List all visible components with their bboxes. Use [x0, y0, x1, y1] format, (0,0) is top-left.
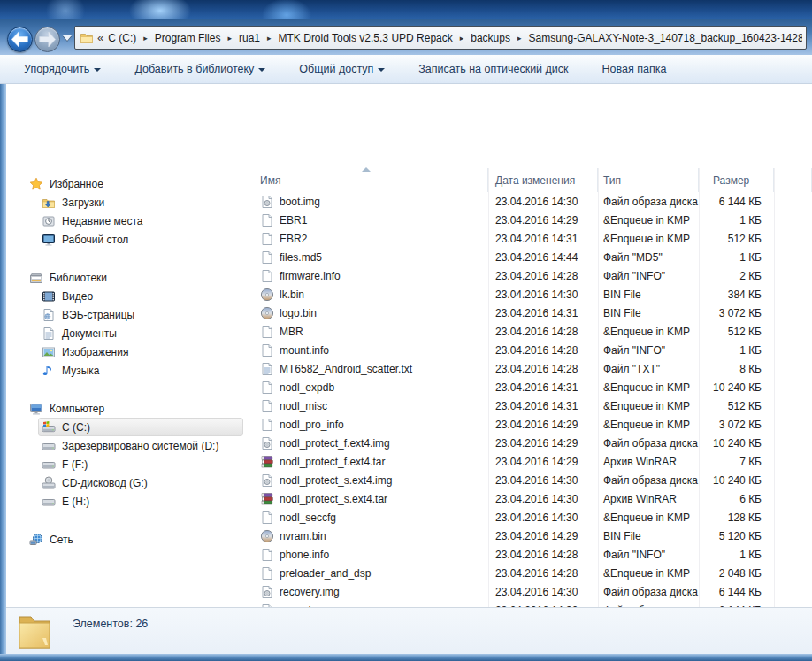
back-button[interactable]	[7, 27, 33, 52]
recent-pages-dropdown[interactable]	[63, 35, 72, 41]
column-header-filler	[774, 168, 812, 192]
breadcrumb-arrow-icon[interactable]: ▸	[221, 34, 238, 42]
file-name-cell[interactable]: EBR1	[249, 213, 488, 227]
toolbar-button[interactable]: Записать на оптический диск	[418, 63, 568, 75]
breadcrumb-segment[interactable]: MTK Droid Tools v2.5.3 UPD Repack	[278, 32, 454, 44]
file-name-cell[interactable]: nodl_expdb	[249, 380, 488, 395]
column-header[interactable]: Дата изменения	[488, 168, 598, 192]
file-name-cell[interactable]: nodl_protect_s.ext4.tar	[249, 492, 488, 506]
file-row[interactable]: preloader_and_dsp23.04.2016 14:28&Enqueu…	[249, 564, 812, 582]
column-header[interactable]: Имя	[249, 168, 488, 192]
toolbar-button[interactable]: Общий доступ	[299, 63, 385, 75]
file-row[interactable]: recovery.img23.04.2016 14:30Файл образа …	[249, 582, 812, 601]
file-row[interactable]: lk.bin23.04.2016 14:30BIN File384 КБ	[249, 285, 812, 304]
sidebar-item[interactable]: Недавние места	[38, 211, 243, 230]
file-row[interactable]: nodl_seccfg23.04.2016 14:30&Enqueue in K…	[249, 508, 812, 526]
file-row[interactable]: phone.info23.04.2016 14:28Файл "INFO"1 К…	[249, 545, 812, 564]
sidebar-item[interactable]: Музыка	[38, 361, 243, 380]
file-name-cell[interactable]: phone.info	[249, 548, 488, 562]
file-row[interactable]: nodl_protect_s.ext4.img23.04.2016 14:30Ф…	[249, 471, 812, 489]
file-name-cell[interactable]: files.md5	[249, 250, 488, 265]
file-row[interactable]: files.md523.04.2016 14:44Файл "MD5"1 КБ	[249, 248, 812, 266]
breadcrumb-arrow-icon[interactable]: ▸	[261, 34, 278, 42]
sidebar-item[interactable]: ВЭБ-страницы	[38, 305, 243, 324]
file-date: 23.04.2016 14:31	[488, 307, 598, 319]
toolbar-button[interactable]: Новая папка	[602, 63, 667, 75]
sidebar-section-star[interactable]: Избранное	[26, 174, 243, 193]
toolbar-button[interactable]: Добавить в библиотеку	[134, 63, 265, 75]
file-row[interactable]: EBR123.04.2016 14:29&Enqueue in KMP1 КБ	[249, 211, 812, 229]
file-list-pane: ИмяДата измененияТипРазмер boot.img23.04…	[249, 168, 812, 661]
file-name-cell[interactable]: nvram.bin	[249, 529, 488, 543]
address-bar[interactable]: « C (C:)▸Program Files▸rua1▸MTK Droid To…	[74, 26, 807, 50]
sidebar-section-network[interactable]: Сеть	[26, 530, 243, 549]
sidebar-section-libraries[interactable]: Библиотеки	[26, 268, 243, 287]
file-row[interactable]: nvram.bin23.04.2016 14:29BIN File5 120 К…	[249, 526, 812, 545]
sidebar-item[interactable]: E (H:)	[38, 492, 243, 511]
breadcrumb-arrow-icon[interactable]: ▸	[511, 34, 528, 42]
toolbar-button[interactable]: Упорядочить	[24, 63, 101, 75]
sidebar-item-label: CD-дисковод (G:)	[62, 477, 148, 489]
breadcrumb-segment[interactable]: C (C:)	[107, 32, 137, 44]
disk-image-icon	[260, 473, 274, 488]
file-name-cell[interactable]: preloader_and_dsp	[249, 566, 488, 580]
disc-icon	[260, 529, 274, 543]
sidebar-item[interactable]: CD-дисковод (G:)	[38, 473, 243, 492]
sidebar-item[interactable]: C (C:)	[38, 418, 243, 436]
file-name-cell[interactable]: nodl_pro_info	[249, 418, 488, 432]
sidebar-item[interactable]: Изображения	[38, 342, 243, 361]
file-row[interactable]: nodl_expdb23.04.2016 14:31&Enqueue in KM…	[249, 378, 812, 396]
file-name-cell[interactable]: nodl_seccfg	[249, 511, 488, 525]
navigation-bar: « C (C:)▸Program Files▸rua1▸MTK Droid To…	[0, 19, 812, 55]
breadcrumb-segment[interactable]: Program Files	[154, 32, 222, 44]
file-name-cell[interactable]: MBR	[249, 325, 488, 339]
sidebar-item-label: Рабочий стол	[62, 234, 128, 246]
column-header[interactable]: Тип	[598, 168, 699, 192]
file-name-cell[interactable]: boot.img	[249, 195, 488, 209]
file-row[interactable]: MBR23.04.2016 14:28&Enqueue in KMP512 КБ	[249, 322, 812, 341]
file-row[interactable]: firmware.info23.04.2016 14:28Файл "INFO"…	[249, 266, 812, 285]
file-row[interactable]: logo.bin23.04.2016 14:31BIN File3 072 КБ	[249, 304, 812, 322]
file-name-cell[interactable]: MT6582_Android_scatter.txt	[249, 362, 488, 376]
sidebar-item[interactable]: F (F:)	[38, 455, 243, 473]
sidebar-section-computer[interactable]: Компьютер	[26, 399, 243, 418]
file-row[interactable]: EBR223.04.2016 14:31&Enqueue in KMP512 К…	[249, 229, 812, 248]
breadcrumb-segment[interactable]: rua1	[238, 32, 261, 44]
file-row[interactable]: nodl_protect_f.ext4.img23.04.2016 14:29Ф…	[249, 434, 812, 452]
sidebar-item[interactable]: Документы	[38, 324, 243, 342]
file-row[interactable]: mount.info23.04.2016 14:28Файл "INFO"1 К…	[249, 341, 812, 359]
breadcrumb-segment[interactable]: backups	[470, 32, 511, 44]
webpages-icon	[42, 308, 56, 322]
breadcrumb-arrow-icon[interactable]: ▸	[137, 34, 154, 42]
file-name-cell[interactable]: nodl_protect_f.ext4.tar	[249, 455, 488, 469]
file-name-cell[interactable]: lk.bin	[249, 288, 488, 302]
sidebar-item[interactable]: Загрузки	[38, 193, 243, 211]
file-row[interactable]: nodl_protect_f.ext4.tar23.04.2016 14:29А…	[249, 452, 812, 471]
breadcrumb-segment[interactable]: Samsung-GALAXY-Note-3_140718_backup_1604…	[528, 32, 803, 44]
forward-button[interactable]	[34, 27, 60, 52]
file-name-cell[interactable]: nodl_misc	[249, 399, 488, 413]
file-name-cell[interactable]: nodl_protect_s.ext4.img	[249, 473, 488, 488]
breadcrumb-overflow-chevron[interactable]: «	[97, 31, 103, 44]
file-row[interactable]: MT6582_Android_scatter.txt23.04.2016 14:…	[249, 359, 812, 378]
column-header[interactable]: Размер	[699, 168, 774, 192]
breadcrumb-arrow-icon[interactable]: ▸	[454, 34, 471, 42]
file-name-cell[interactable]: recovery.img	[249, 585, 488, 599]
file-row[interactable]: boot.img23.04.2016 14:30Файл образа диск…	[249, 192, 812, 211]
file-name-cell[interactable]: nodl_protect_f.ext4.img	[249, 436, 488, 450]
sidebar-item[interactable]: Зарезервировано системой (D:)	[38, 436, 243, 455]
file-row[interactable]: nodl_pro_info23.04.2016 14:29&Enqueue in…	[249, 415, 812, 434]
sidebar-item[interactable]: Видео	[38, 287, 243, 305]
drive-system-icon	[42, 420, 56, 434]
file-type: Файл "INFO"	[598, 549, 699, 561]
file-row[interactable]: nodl_misc23.04.2016 14:31&Enqueue in KMP…	[249, 396, 812, 415]
sidebar-item[interactable]: Рабочий стол	[38, 230, 243, 249]
file-name-cell[interactable]: logo.bin	[249, 306, 488, 320]
pictures-icon	[42, 345, 56, 359]
file-type: Файл образа диска	[598, 437, 699, 450]
file-name-cell[interactable]: firmware.info	[249, 269, 488, 283]
file-date: 23.04.2016 14:31	[488, 233, 598, 245]
file-name-cell[interactable]: EBR2	[249, 232, 488, 246]
file-row[interactable]: nodl_protect_s.ext4.tar23.04.2016 14:30А…	[249, 489, 812, 508]
file-name-cell[interactable]: mount.info	[249, 343, 488, 357]
